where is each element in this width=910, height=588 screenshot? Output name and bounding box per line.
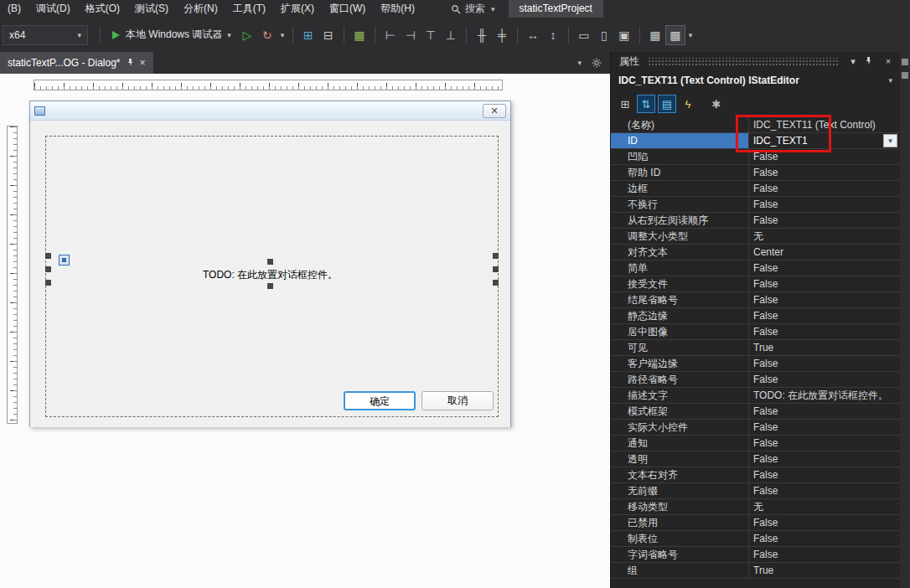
test-dialog-icon[interactable]: ⊞ (298, 25, 318, 45)
make-same-width-icon[interactable]: ▭ (574, 25, 594, 45)
center-vertical-icon[interactable]: ╫ (472, 25, 492, 45)
gear-icon[interactable] (592, 58, 602, 68)
start-debug-button[interactable]: 本地 Windows 调试器 ▾ (106, 24, 237, 46)
menu-item[interactable]: 帮助(H) (373, 0, 422, 18)
property-row[interactable]: 模式框架False (611, 404, 900, 420)
alphabetical-icon[interactable]: ⇅ (637, 95, 655, 113)
property-value-cell[interactable]: False (749, 356, 900, 371)
menu-item[interactable]: 扩展(X) (273, 0, 322, 18)
property-name-cell[interactable]: 从右到左阅读顺序 (611, 213, 749, 228)
properties-panel-header[interactable]: 属性 ▾ × (611, 52, 900, 70)
align-tops-icon[interactable]: ⊤ (421, 25, 441, 45)
property-value-cell[interactable]: False (749, 181, 900, 196)
property-row[interactable]: 可见True (611, 340, 900, 356)
property-value-cell[interactable]: False (749, 276, 900, 291)
property-name-cell[interactable]: 路径省略号 (611, 372, 749, 387)
property-row[interactable]: 透明False (611, 451, 900, 467)
property-row[interactable]: 结尾省略号False (611, 292, 900, 308)
property-value-cell[interactable]: False (749, 165, 900, 180)
document-list-chevron-icon[interactable]: ▾ (577, 59, 582, 67)
selection-handle[interactable] (267, 283, 273, 289)
selection-handle[interactable] (45, 253, 51, 259)
property-name-cell[interactable]: (名称) (611, 117, 749, 132)
grid-settings-icon[interactable]: ▦ (349, 25, 370, 45)
property-name-cell[interactable]: 已禁用 (611, 515, 749, 530)
property-value-cell[interactable]: False (749, 308, 900, 323)
property-row[interactable]: 无前缀False (611, 483, 900, 499)
property-row[interactable]: 已禁用False (611, 515, 900, 531)
property-value-cell[interactable]: IDC_TEXT11 (Text Control) (749, 117, 900, 132)
menu-item[interactable]: 分析(N) (176, 0, 225, 18)
property-value-cell[interactable]: Center (749, 245, 900, 260)
property-value-cell[interactable]: False (749, 483, 900, 498)
selection-handle[interactable] (493, 266, 499, 272)
toolbox-tab-icon[interactable] (902, 59, 908, 65)
property-row[interactable]: 帮助 IDFalse (611, 165, 900, 181)
pin-icon[interactable] (127, 59, 134, 67)
property-row[interactable]: 居中图像False (611, 324, 900, 340)
value-dropdown-button[interactable]: ▾ (883, 134, 897, 147)
property-name-cell[interactable]: 实际大小控件 (611, 420, 749, 435)
property-row[interactable]: 组True (611, 563, 900, 579)
property-name-cell[interactable]: 移动类型 (611, 499, 749, 514)
property-value-cell[interactable]: False (749, 531, 900, 546)
property-value-cell[interactable]: False (749, 404, 900, 419)
property-row[interactable]: 移动类型无 (611, 499, 900, 515)
menu-item[interactable]: 窗口(W) (322, 0, 373, 18)
property-pages-wrench-icon[interactable]: ✱ (707, 95, 726, 113)
selection-handle[interactable] (45, 280, 51, 286)
property-row[interactable]: 路径省略号False (611, 372, 900, 388)
selection-handle[interactable] (493, 280, 499, 286)
collapsed-panel-icon[interactable] (902, 72, 908, 79)
space-down-icon[interactable]: ↕ (543, 25, 563, 45)
property-value-cell[interactable]: False (749, 260, 900, 276)
make-same-size-icon[interactable]: ▣ (614, 25, 634, 45)
search-box[interactable]: 搜索 ▾ (444, 0, 502, 18)
property-row[interactable]: 从右到左阅读顺序False (611, 213, 900, 229)
property-name-cell[interactable]: 接受文件 (611, 276, 749, 291)
property-row[interactable]: 通知False (611, 436, 900, 451)
menu-item[interactable]: 工具(T) (225, 0, 273, 18)
menu-item[interactable]: 格式(O) (78, 0, 127, 18)
property-row[interactable]: 调整大小类型无 (611, 229, 900, 245)
property-name-cell[interactable]: 字词省略号 (611, 547, 749, 562)
property-value-cell[interactable]: False (749, 324, 900, 339)
property-name-cell[interactable]: 帮助 ID (611, 165, 749, 180)
static-text-control[interactable]: TODO: 在此放置对话框控件。 (30, 268, 510, 282)
dialog-titlebar[interactable]: ✕ (30, 101, 510, 121)
property-row[interactable]: (名称)IDC_TEXT11 (Text Control) (611, 117, 900, 133)
property-row[interactable]: 描述文字TODO: 在此放置对话框控件。 (611, 388, 900, 404)
property-name-cell[interactable]: 静态边缘 (611, 308, 749, 323)
property-value-cell[interactable]: 无 (749, 229, 900, 244)
categorized-icon[interactable]: ⊞ (616, 95, 634, 113)
selection-handle[interactable] (45, 266, 51, 272)
property-name-cell[interactable]: 透明 (611, 451, 749, 467)
property-row[interactable]: 文本右对齐False (611, 467, 900, 483)
property-name-cell[interactable]: ID (611, 133, 749, 148)
menu-item[interactable]: 调试(D) (28, 0, 78, 18)
close-icon[interactable]: × (140, 57, 146, 69)
property-value-cell[interactable]: True (749, 563, 900, 578)
property-row[interactable]: 对齐文本Center (611, 245, 900, 260)
project-name-chip[interactable]: staticTextProject (509, 0, 603, 18)
property-value-cell[interactable]: TODO: 在此放置对话框控件。 (749, 388, 900, 403)
property-value-cell[interactable]: False (749, 197, 900, 212)
property-name-cell[interactable]: 制表位 (611, 531, 749, 546)
property-value-cell[interactable]: False (749, 451, 900, 467)
selection-handle[interactable] (267, 259, 273, 265)
selection-handle[interactable] (493, 253, 499, 259)
property-row[interactable]: 静态边缘False (611, 308, 900, 324)
dialog-close-button[interactable]: ✕ (483, 104, 506, 118)
property-value-cell[interactable]: False (749, 420, 900, 435)
property-value-cell[interactable]: False (749, 372, 900, 387)
dialog-body[interactable]: TODO: 在此放置对话框控件。 确定 取消 (30, 121, 510, 427)
property-value-cell[interactable]: False (749, 213, 900, 228)
property-row[interactable]: 字词省略号False (611, 547, 900, 563)
toggle-grid-icon[interactable]: ▦ (645, 25, 665, 45)
align-lefts-icon[interactable]: ⊢ (380, 25, 401, 45)
property-row[interactable]: 客户端边缘False (611, 356, 900, 372)
property-name-cell[interactable]: 调整大小类型 (611, 229, 749, 244)
property-name-cell[interactable]: 客户端边缘 (611, 356, 749, 371)
property-row[interactable]: IDIDC_TEXT1▾ (611, 133, 900, 149)
close-icon[interactable]: × (882, 55, 894, 67)
